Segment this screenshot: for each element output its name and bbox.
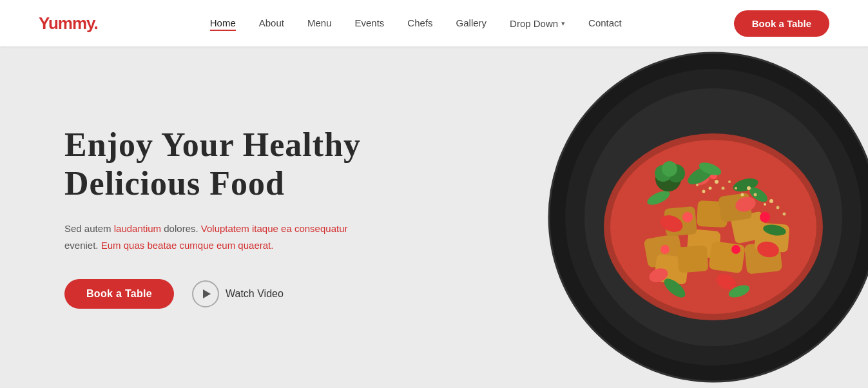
hero-subtitle-highlight1: laudantium bbox=[114, 223, 161, 234]
svg-point-22 bbox=[682, 212, 693, 222]
svg-point-35 bbox=[715, 180, 719, 184]
svg-point-36 bbox=[722, 187, 725, 190]
svg-point-52 bbox=[662, 161, 677, 177]
hero-title-line1: Enjoy Your Healthy bbox=[64, 126, 361, 163]
svg-point-46 bbox=[776, 206, 780, 209]
hero-content: Enjoy Your Healthy Delicious Food Sed au… bbox=[64, 126, 361, 309]
nav-item-chefs[interactable]: Chefs bbox=[407, 17, 432, 29]
svg-point-23 bbox=[731, 245, 740, 254]
svg-point-47 bbox=[764, 203, 766, 206]
play-icon bbox=[192, 280, 219, 307]
nav-link-home[interactable]: Home bbox=[210, 17, 236, 31]
site-logo[interactable]: Yummy. bbox=[39, 14, 98, 34]
nav-link-about[interactable]: About bbox=[259, 17, 284, 28]
svg-point-37 bbox=[709, 187, 712, 190]
hero-title-line2: Delicious Food bbox=[64, 165, 285, 202]
logo-dot: . bbox=[94, 14, 98, 33]
svg-point-42 bbox=[735, 187, 737, 189]
svg-rect-15 bbox=[677, 245, 709, 273]
book-table-hero-button[interactable]: Book a Table bbox=[64, 279, 174, 309]
svg-point-38 bbox=[728, 180, 731, 183]
svg-point-26 bbox=[661, 245, 670, 254]
nav-item-dropdown[interactable]: Drop Down ▾ bbox=[510, 18, 565, 29]
watch-video-button[interactable]: Watch Video bbox=[192, 280, 284, 307]
nav-link-chefs[interactable]: Chefs bbox=[407, 17, 432, 28]
nav-item-home[interactable]: Home bbox=[210, 17, 236, 29]
svg-point-44 bbox=[696, 184, 699, 186]
hero-actions: Book a Table Watch Video bbox=[64, 279, 361, 309]
svg-point-40 bbox=[754, 193, 757, 197]
hero-section: Enjoy Your Healthy Delicious Food Sed au… bbox=[0, 46, 868, 388]
nav-link-contact[interactable]: Contact bbox=[588, 17, 622, 28]
hero-subtitle-highlight2: Voluptatem itaque ea consequatur bbox=[201, 223, 348, 234]
svg-rect-8 bbox=[708, 241, 746, 274]
nav-links: Home About Menu Events Chefs Gallery Dro… bbox=[210, 17, 622, 29]
nav-link-menu[interactable]: Menu bbox=[307, 17, 332, 28]
nav-item-contact[interactable]: Contact bbox=[588, 17, 622, 29]
hero-food-image bbox=[546, 50, 868, 385]
nav-item-events[interactable]: Events bbox=[355, 17, 385, 29]
play-triangle-icon bbox=[203, 289, 211, 298]
hero-subtitle-highlight3: Eum quas beatae cumque eum quaerat. bbox=[101, 240, 274, 251]
svg-point-41 bbox=[741, 193, 744, 197]
svg-point-48 bbox=[783, 213, 786, 216]
chevron-down-icon: ▾ bbox=[561, 19, 565, 28]
navbar: Yummy. Home About Menu Events Chefs Gall… bbox=[0, 0, 868, 46]
food-bowl-svg bbox=[546, 50, 868, 385]
svg-point-43 bbox=[702, 190, 706, 193]
watch-video-label: Watch Video bbox=[226, 288, 284, 300]
svg-point-45 bbox=[769, 199, 773, 203]
svg-point-39 bbox=[747, 186, 751, 190]
svg-point-25 bbox=[760, 212, 770, 222]
nav-item-about[interactable]: About bbox=[259, 17, 284, 29]
nav-item-gallery[interactable]: Gallery bbox=[456, 17, 487, 29]
logo-text: Yummy bbox=[39, 14, 94, 33]
nav-link-events[interactable]: Events bbox=[355, 17, 385, 28]
book-table-nav-button[interactable]: Book a Table bbox=[734, 10, 829, 37]
nav-item-menu[interactable]: Menu bbox=[307, 17, 332, 29]
hero-title: Enjoy Your Healthy Delicious Food bbox=[64, 126, 361, 203]
nav-link-dropdown[interactable]: Drop Down ▾ bbox=[510, 18, 565, 29]
nav-link-gallery[interactable]: Gallery bbox=[456, 17, 487, 28]
hero-subtitle: Sed autem laudantium dolores. Voluptatem… bbox=[64, 220, 361, 253]
